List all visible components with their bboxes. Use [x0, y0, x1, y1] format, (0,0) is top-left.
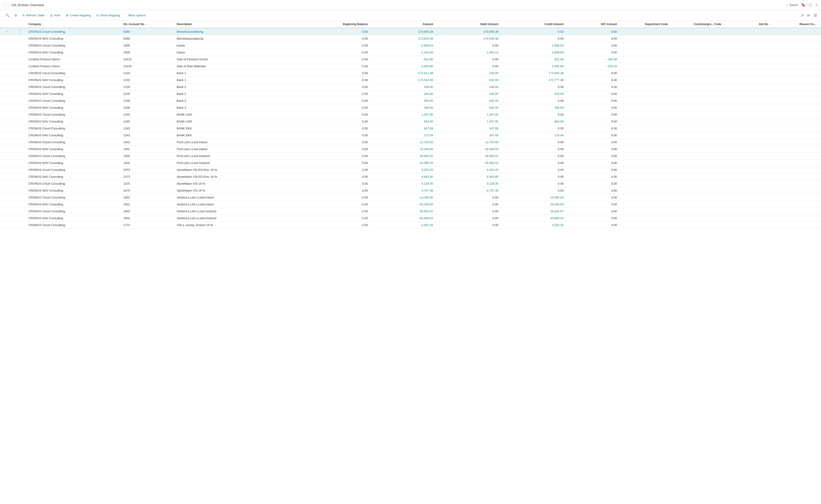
create-mapping-button[interactable]: ⊞ Create Mapping	[64, 12, 93, 18]
print-button[interactable]: 🖨 Print	[48, 12, 63, 18]
view-button[interactable]: ☰	[813, 12, 818, 18]
show-mapping-button[interactable]: ⊟ Show Mapping	[94, 12, 122, 18]
table-row[interactable]: CRONUS NAV Consulting0280Betriebsausstat…	[0, 35, 821, 42]
table-row[interactable]: CRONUS NAV Consulting1243BANK DKK0.00171…	[0, 132, 821, 139]
beginning-balance-header[interactable]: Beginning Balance	[305, 21, 370, 28]
table-cell: USt a. innerg. Erwerb 19 %	[174, 222, 305, 229]
table-row[interactable]: CRONUS Cloud Consulting1401Ford.Lief.u.L…	[0, 139, 821, 146]
row-menu-cell[interactable]: ⋮	[14, 28, 26, 35]
row-menu-cell[interactable]	[14, 173, 26, 180]
row-menu-cell[interactable]	[14, 132, 26, 139]
table-row[interactable]: CRONUS Cloud Consulting1773USt a. innerg…	[0, 222, 821, 229]
minimize-button[interactable]: ⤡	[815, 3, 818, 7]
more-options-button[interactable]: More options	[126, 12, 148, 18]
table-cell: CRONUS Cloud Consulting	[26, 28, 121, 35]
share-button[interactable]: ↗	[800, 12, 804, 18]
row-menu-cell[interactable]	[14, 166, 26, 173]
table-cell: Ford.Lief.u.Leist Ausland	[174, 153, 305, 160]
amount-header[interactable]: Amount	[370, 21, 435, 28]
row-menu-cell[interactable]	[14, 104, 26, 111]
row-menu-cell[interactable]	[14, 56, 26, 63]
row-menu-cell[interactable]	[14, 42, 26, 49]
row-menu-cell[interactable]	[14, 153, 26, 160]
table-wrapper[interactable]: Company ↑ G/L Account No. ↑ Description …	[0, 21, 821, 504]
row-menu-cell[interactable]	[14, 160, 26, 166]
row-menu-cell[interactable]	[14, 70, 26, 77]
row-menu-cell[interactable]	[14, 146, 26, 153]
table-cell: 0.00	[566, 97, 620, 104]
company-header[interactable]: Company ↑	[26, 21, 121, 28]
bookmark-button[interactable]: 🔖	[801, 3, 806, 7]
debit-amount-header[interactable]: Debit Amount	[435, 21, 501, 28]
table-row[interactable]: CRONUS NAV Consulting1005Kasse0.00-1,416…	[0, 49, 821, 56]
table-row[interactable]: CRONUS Cloud Consulting1220Bank 20.00438…	[0, 84, 821, 90]
table-row[interactable]: Continia Finance Demo10120Sale of Raw Ma…	[0, 63, 821, 70]
table-row[interactable]: CRONUS NAV Consulting1573Abziehbare VSt …	[0, 173, 821, 180]
description-header[interactable]: Description	[174, 21, 305, 28]
table-row[interactable]: CRONUS NAV Consulting1602Verbind.a.Lief.…	[0, 215, 821, 222]
table-row[interactable]: CRONUS Cloud Consulting1575Abziehbare VS…	[0, 180, 821, 187]
table-cell: 0.00	[435, 42, 501, 49]
row-menu-cell[interactable]	[14, 194, 26, 201]
table-row[interactable]: CRONUS Cloud Consulting1005Kasse0.00-2,9…	[0, 42, 821, 49]
table-cell: Abziehbare VSt EG-Erw. 19 %	[174, 166, 305, 173]
table-row[interactable]: CRONUS Cloud Consulting1210Bank 10.00-17…	[0, 70, 821, 77]
job-no-header[interactable]: Job No. ↑	[726, 21, 774, 28]
table-row[interactable]: CRONUS NAV Consulting1240BANK USD0.00633…	[0, 118, 821, 125]
table-row[interactable]: CRONUS Cloud Consulting1240BANK USD0.001…	[0, 111, 821, 118]
row-menu-cell[interactable]	[14, 63, 26, 70]
row-menu-cell[interactable]	[14, 187, 26, 194]
vat-amount-header[interactable]: VAT Amount	[566, 21, 620, 28]
table-row[interactable]: CRONUS Cloud Consulting1601Verbind.a.Lie…	[0, 194, 821, 201]
row-menu-cell[interactable]	[14, 208, 26, 215]
row-menu-cell[interactable]	[14, 97, 26, 104]
row-menu-cell[interactable]	[14, 201, 26, 208]
table-cell: 0.00	[566, 35, 620, 42]
department-code-header[interactable]: Department Code ↑	[620, 21, 673, 28]
table-row[interactable]: CRONUS Cloud Consulting1602Verbind.a.Lie…	[0, 208, 821, 215]
credit-amount-header[interactable]: Credit Amount	[501, 21, 566, 28]
table-row[interactable]: Continia Finance Demo10110Sale of Finish…	[0, 56, 821, 63]
row-menu-cell[interactable]	[14, 125, 26, 132]
table-row[interactable]: CRONUS NAV Consulting1210Bank 10.00-173,…	[0, 77, 821, 84]
row-menu-cell[interactable]	[14, 49, 26, 56]
company-link[interactable]: CRONUS Cloud Consulting	[28, 30, 65, 33]
table-row[interactable]: CRONUS Cloud Consulting1402Ford.Lief.u.L…	[0, 153, 821, 160]
row-menu-cell[interactable]	[14, 139, 26, 146]
row-menu-button[interactable]: ⋮	[18, 30, 23, 33]
table-row[interactable]: CRONUS NAV Consulting1401Ford.Lief.u.Lei…	[0, 146, 821, 153]
row-menu-cell[interactable]	[14, 222, 26, 229]
row-menu-cell[interactable]	[14, 118, 26, 125]
row-menu-cell[interactable]	[14, 180, 26, 187]
row-menu-cell[interactable]	[14, 84, 26, 90]
filter-button[interactable]: ⊳	[806, 12, 811, 18]
gl-account-header[interactable]: G/L Account No. ↑	[121, 21, 174, 28]
row-menu-cell[interactable]	[14, 77, 26, 84]
table-cell: 0.00	[501, 28, 566, 35]
back-button[interactable]: ←	[3, 2, 9, 8]
copy-button[interactable]: ⧉	[12, 12, 19, 18]
table-row[interactable]: CRONUS Cloud Consulting1243BANK DKK0.003…	[0, 125, 821, 132]
table-cell	[726, 104, 774, 111]
table-row[interactable]: CRONUS NAV Consulting1220Bank 20.00204.0…	[0, 90, 821, 97]
row-menu-cell[interactable]	[14, 215, 26, 222]
row-menu-cell[interactable]	[14, 90, 26, 97]
popout-button[interactable]: ⬡	[809, 3, 812, 7]
table-row[interactable]: CRONUS NAV Consulting1575Abziehbare VSt …	[0, 187, 821, 194]
table-cell: Kasse	[174, 42, 305, 49]
print-icon: 🖨	[50, 14, 53, 17]
row-indicator	[0, 139, 14, 146]
table-row[interactable]: CRONUS NAV Consulting1402Ford.Lief.u.Lei…	[0, 160, 821, 166]
customergroup-code-header[interactable]: Customergro... Code ↑	[673, 21, 726, 28]
table-row[interactable]: CRONUS NAV Consulting1230Bank 30.00306.0…	[0, 104, 821, 111]
table-row[interactable]: CRONUS Cloud Consulting1230Bank 30.00642…	[0, 97, 821, 104]
table-row[interactable]: CRONUS NAV Consulting1601Verbind.a.Lief.…	[0, 201, 821, 208]
search-button[interactable]: 🔍	[3, 12, 12, 18]
table-row[interactable]: CRONUS Cloud Consulting1573Abziehbare VS…	[0, 166, 821, 173]
refresh-table-button[interactable]: ↻ Refresh Table	[20, 12, 47, 18]
row-menu-cell[interactable]	[14, 35, 26, 42]
table-cell: 0.00	[566, 70, 620, 77]
reason-code-header[interactable]: Reason Co... ↑	[774, 21, 821, 28]
row-menu-cell[interactable]	[14, 111, 26, 118]
table-row[interactable]: →⋮CRONUS Cloud Consulting0280Betriebsaus…	[0, 28, 821, 35]
